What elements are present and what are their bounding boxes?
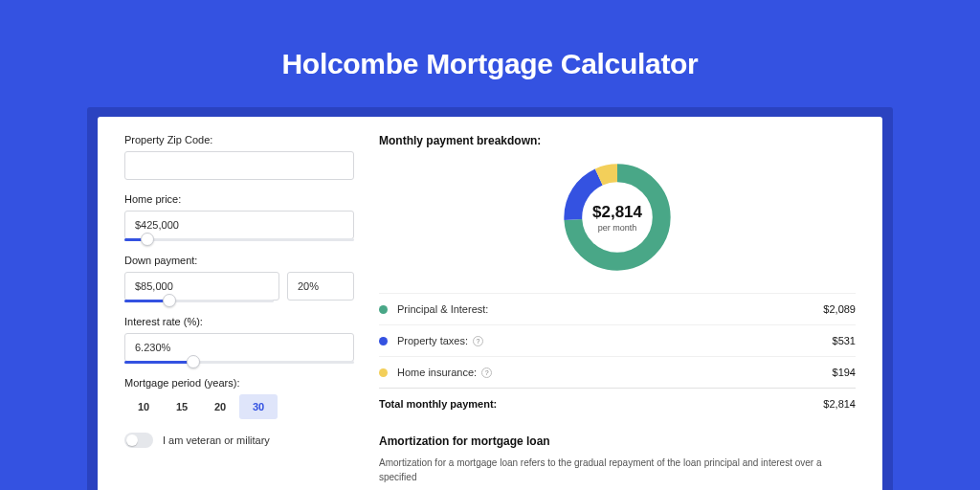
- breakdown-column: Monthly payment breakdown: $2,814 per mo…: [379, 134, 856, 490]
- down-slider-thumb[interactable]: [163, 294, 176, 307]
- period-btn-10[interactable]: 10: [124, 394, 163, 419]
- total-label: Total monthly payment:: [379, 398, 823, 410]
- veteran-label: I am veteran or military: [163, 434, 270, 446]
- rate-field: Interest rate (%):: [124, 316, 354, 364]
- form-column: Property Zip Code: Home price: Down paym…: [124, 134, 354, 490]
- legend-dot: [379, 368, 388, 377]
- price-label: Home price:: [124, 193, 354, 205]
- amort-text: Amortization for a mortgage loan refers …: [379, 456, 856, 484]
- period-options: 10152030: [124, 394, 354, 419]
- rate-slider-fill: [124, 361, 193, 364]
- down-field: Down payment:: [124, 255, 354, 302]
- calculator-panel: Property Zip Code: Home price: Down paym…: [98, 117, 882, 490]
- legend-dot: [379, 337, 388, 345]
- donut-center: $2,814 per month: [559, 159, 676, 276]
- legend-value: $531: [833, 335, 856, 346]
- veteran-toggle-knob: [126, 434, 138, 446]
- donut-amount: $2,814: [592, 203, 642, 222]
- legend-row: Principal & Interest:$2,089: [379, 294, 856, 325]
- veteran-row: I am veteran or military: [124, 433, 354, 448]
- veteran-toggle[interactable]: [124, 433, 153, 448]
- amort-title: Amortization for mortgage loan: [379, 434, 856, 448]
- legend-label: Property taxes:?: [397, 335, 833, 346]
- legend-label-text: Property taxes:: [397, 335, 468, 346]
- period-btn-20[interactable]: 20: [201, 394, 239, 419]
- down-amount-input[interactable]: [124, 272, 279, 301]
- info-icon[interactable]: ?: [473, 336, 483, 346]
- legend-row: Home insurance:?$194: [379, 357, 856, 389]
- zip-label: Property Zip Code:: [124, 134, 354, 145]
- zip-field: Property Zip Code:: [124, 134, 354, 180]
- rate-slider-thumb[interactable]: [187, 355, 200, 368]
- panel-shadow: Property Zip Code: Home price: Down paym…: [87, 107, 893, 490]
- price-slider[interactable]: [124, 238, 354, 241]
- down-label: Down payment:: [124, 255, 354, 266]
- donut-wrap: $2,814 per month: [379, 159, 856, 276]
- total-value: $2,814: [823, 398, 856, 410]
- page-title: Holcombe Mortgage Calculator: [0, 0, 980, 107]
- legend-label: Principal & Interest:: [397, 303, 823, 315]
- price-slider-thumb[interactable]: [141, 233, 154, 246]
- legend: Principal & Interest:$2,089Property taxe…: [379, 293, 856, 389]
- legend-label-text: Home insurance:: [397, 367, 477, 378]
- rate-slider[interactable]: [124, 361, 354, 364]
- price-input[interactable]: [124, 211, 354, 239]
- info-icon[interactable]: ?: [481, 368, 492, 378]
- legend-label: Home insurance:?: [397, 367, 833, 378]
- total-row: Total monthly payment: $2,814: [379, 389, 856, 423]
- legend-dot: [379, 305, 388, 314]
- legend-row: Property taxes:?$531: [379, 325, 856, 357]
- donut-chart: $2,814 per month: [559, 159, 676, 276]
- down-slider[interactable]: [124, 300, 274, 302]
- legend-label-text: Principal & Interest:: [397, 303, 488, 315]
- period-label: Mortgage period (years):: [124, 377, 354, 389]
- period-btn-30[interactable]: 30: [239, 394, 278, 419]
- price-field: Home price:: [124, 193, 354, 241]
- period-btn-15[interactable]: 15: [163, 394, 201, 419]
- donut-sub: per month: [598, 223, 637, 233]
- period-field: Mortgage period (years): 10152030: [124, 377, 354, 419]
- rate-label: Interest rate (%):: [124, 316, 354, 327]
- zip-input[interactable]: [124, 151, 354, 180]
- breakdown-title: Monthly payment breakdown:: [379, 134, 856, 147]
- rate-input[interactable]: [124, 333, 354, 362]
- legend-value: $2,089: [823, 303, 856, 315]
- down-pct-input[interactable]: [287, 272, 354, 301]
- legend-value: $194: [833, 367, 856, 378]
